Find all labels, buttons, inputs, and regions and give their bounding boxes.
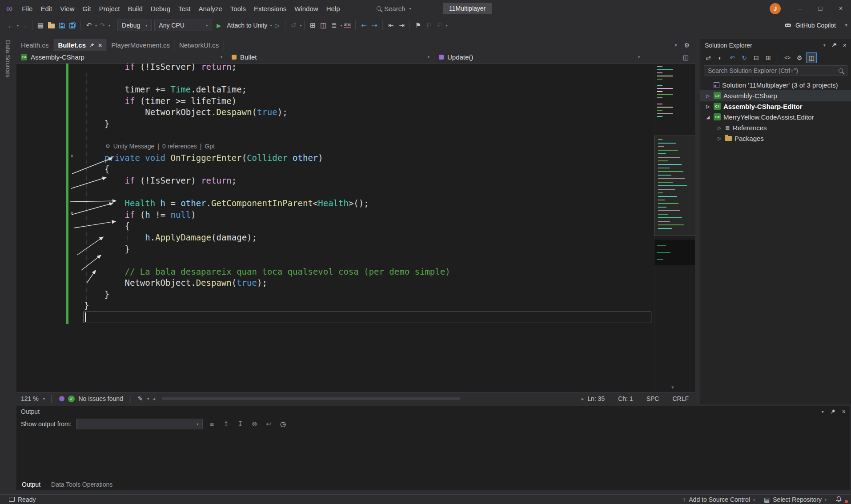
- code-line[interactable]: ⚙Unity Message|0 references|Gpt: [16, 141, 654, 152]
- spell-check-icon[interactable]: abc: [342, 20, 353, 31]
- tab-bullet-cs[interactable]: Bullet.cs×: [54, 39, 107, 51]
- solution-search-input[interactable]: [704, 65, 847, 76]
- menu-git[interactable]: Git: [79, 0, 95, 17]
- tab-options-gear-icon[interactable]: ⚙: [684, 42, 690, 49]
- code-editor[interactable]: ▾ ▾ if (!IsServer) return; timer += Time…: [16, 64, 654, 392]
- column-indicator[interactable]: Ch: 1: [618, 395, 633, 402]
- zoom-dropdown-icon[interactable]: ▾: [43, 397, 45, 401]
- line-ending-indicator[interactable]: CRLF: [672, 395, 689, 402]
- output-source-select[interactable]: ▾: [76, 419, 203, 429]
- pin-icon[interactable]: [830, 409, 836, 415]
- code-line[interactable]: }: [16, 244, 654, 255]
- title-search-control[interactable]: Search ▾: [377, 0, 411, 17]
- code-line[interactable]: timer += Time.deltaTime;: [16, 84, 654, 96]
- open-file-icon[interactable]: [46, 20, 56, 31]
- properties-icon[interactable]: ⊞: [763, 52, 774, 63]
- code-line[interactable]: if (!IsServer) return;: [16, 64, 654, 73]
- tree-item-merryyellow-codeassist-editor[interactable]: ◢C#MerryYellow.CodeAssist.Editor: [700, 112, 851, 122]
- line-menu-icon[interactable]: ≣: [329, 20, 339, 31]
- pin-icon[interactable]: [831, 42, 837, 48]
- code-line[interactable]: h.ApplyDamage(damage);: [16, 232, 654, 244]
- start-without-debugging-icon[interactable]: ▷: [272, 20, 282, 31]
- close-button[interactable]: ×: [831, 0, 851, 17]
- code-line[interactable]: {: [16, 164, 654, 175]
- go-to-previous-message-icon[interactable]: ↥: [221, 419, 231, 429]
- code-line[interactable]: NetworkObject.Despawn(true);: [16, 277, 654, 289]
- select-repository-button[interactable]: ▤ Select Repository ▴: [759, 496, 831, 503]
- solution-platform-select[interactable]: Any CPU ▾: [154, 20, 212, 31]
- switch-views-icon[interactable]: ◫: [806, 52, 817, 63]
- new-file-icon[interactable]: ▤: [35, 20, 46, 31]
- go-to-next-message-icon[interactable]: ↧: [236, 419, 245, 429]
- close-panel-icon[interactable]: ×: [843, 42, 847, 49]
- tab-playermovement-cs[interactable]: PlayerMovement.cs: [107, 39, 175, 51]
- tree-item-solution-11multiplayer-3-of-3-projects[interactable]: Solution '11Multiplayer' (3 of 3 project…: [700, 80, 851, 90]
- code-line[interactable]: }: [16, 300, 654, 312]
- code-line[interactable]: [16, 312, 654, 323]
- health-check-icon[interactable]: ✓: [68, 396, 75, 402]
- scroll-left-icon[interactable]: ◂: [153, 396, 155, 402]
- view-code-icon[interactable]: <>: [782, 52, 793, 63]
- toggle-bookmark-icon[interactable]: ⚑: [413, 20, 423, 31]
- redo-dropdown-icon[interactable]: ▾: [108, 24, 110, 28]
- solution-name-badge[interactable]: 11Multiplayer: [443, 3, 492, 14]
- code-line[interactable]: [16, 130, 654, 141]
- bookmark-menu-dropdown-icon[interactable]: ▾: [446, 24, 447, 28]
- menu-build[interactable]: Build: [124, 0, 146, 17]
- project-dropdown[interactable]: C# Assembly-CSharp ▾: [16, 51, 227, 63]
- expander-collapsed-icon[interactable]: ▷: [705, 93, 711, 98]
- code-line[interactable]: // La bala desapareix quan toca qualsevo…: [16, 266, 654, 278]
- navigate-cursor-forward-icon[interactable]: ⇢: [369, 20, 380, 31]
- menu-extensions[interactable]: Extensions: [250, 0, 290, 17]
- split-window-icon[interactable]: ◫: [683, 54, 695, 61]
- code-cleanup-icon[interactable]: ✎: [138, 395, 143, 402]
- tab-health-cs[interactable]: Health.cs: [16, 39, 54, 51]
- find-message-icon[interactable]: ≡: [207, 419, 217, 429]
- code-line[interactable]: if (timer >= lifeTime): [16, 96, 654, 107]
- toolbar-overflow-icon[interactable]: ▾: [845, 22, 847, 28]
- tab-data-tools-operations[interactable]: Data Tools Operations: [46, 479, 118, 490]
- add-to-source-control-button[interactable]: ↑ Add to Source Control ▴: [678, 496, 759, 503]
- toggle-word-wrap-icon[interactable]: ↩: [264, 419, 274, 429]
- line-number-indicator[interactable]: Ln: 35: [587, 395, 605, 402]
- menu-window[interactable]: Window: [290, 0, 322, 17]
- collapse-all-icon[interactable]: ⊟: [751, 52, 762, 63]
- hot-reload-dropdown-icon[interactable]: ▾: [300, 24, 301, 28]
- member-dropdown[interactable]: Update() ▾: [434, 51, 644, 63]
- window-position-icon[interactable]: ▾: [822, 409, 824, 414]
- code-line[interactable]: private void OnTriggerEnter(Collider oth…: [16, 152, 654, 164]
- scroll-down-icon[interactable]: ▾: [671, 384, 674, 390]
- codelens-references[interactable]: 0 references: [162, 141, 197, 152]
- navigate-cursor-back-icon[interactable]: ⇠: [358, 20, 369, 31]
- save-all-icon[interactable]: [67, 20, 78, 31]
- code-line[interactable]: }: [16, 118, 654, 130]
- solution-configuration-select[interactable]: Debug ▾: [117, 20, 152, 31]
- maximize-button[interactable]: □: [810, 0, 831, 17]
- github-copilot-control[interactable]: GitHub Copilot: [784, 17, 836, 34]
- code-line[interactable]: Health h = other.GetComponentInParent<He…: [16, 198, 654, 209]
- clear-all-icon[interactable]: ⊗: [250, 419, 260, 429]
- code-cleanup-dropdown-icon[interactable]: ▾: [147, 397, 149, 401]
- refresh-icon[interactable]: ↻: [739, 52, 750, 63]
- attach-to-unity-label[interactable]: Attach to Unity: [227, 22, 267, 29]
- tree-item-references[interactable]: ▷≣References: [700, 122, 851, 133]
- hot-reload-icon[interactable]: ↺: [288, 20, 299, 31]
- tab-networkui-cs[interactable]: NetworkUI.cs: [175, 39, 224, 51]
- window-position-icon[interactable]: ▾: [823, 43, 826, 48]
- codelens-ai[interactable]: Gpt: [205, 141, 215, 152]
- code-line[interactable]: if (h != null): [16, 209, 654, 221]
- notifications-bell[interactable]: [831, 496, 847, 503]
- menu-view[interactable]: View: [56, 0, 78, 17]
- start-debug-icon[interactable]: ▶: [213, 20, 224, 31]
- decrease-indent-icon[interactable]: ⇤: [385, 20, 396, 31]
- undo-icon[interactable]: ↶: [727, 52, 738, 63]
- issues-status[interactable]: No issues found: [78, 395, 123, 402]
- spaces-indicator[interactable]: SPC: [646, 395, 659, 402]
- menu-tools[interactable]: Tools: [226, 0, 250, 17]
- next-bookmark-icon[interactable]: ⚐: [434, 20, 445, 31]
- increase-indent-icon[interactable]: ⇥: [396, 20, 407, 31]
- pin-icon[interactable]: [89, 43, 95, 48]
- previous-bookmark-icon[interactable]: ⚐: [423, 20, 434, 31]
- data-sources-tab[interactable]: Data Sources: [4, 40, 12, 78]
- navigate-back-icon[interactable]: ←: [5, 20, 16, 31]
